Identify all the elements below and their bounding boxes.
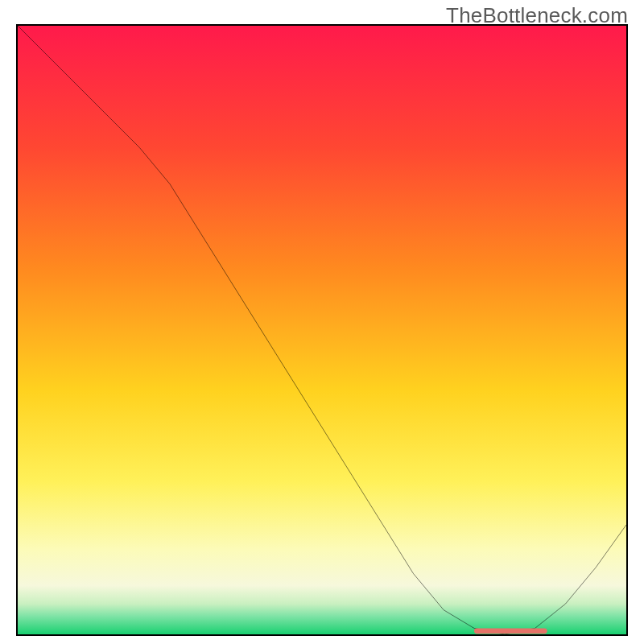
chart-svg	[18, 26, 626, 634]
flat-region-marker	[474, 628, 547, 634]
chart-frame: TheBottleneck.com	[0, 0, 644, 644]
plot-area	[16, 24, 628, 636]
watermark-text: TheBottleneck.com	[446, 3, 628, 28]
